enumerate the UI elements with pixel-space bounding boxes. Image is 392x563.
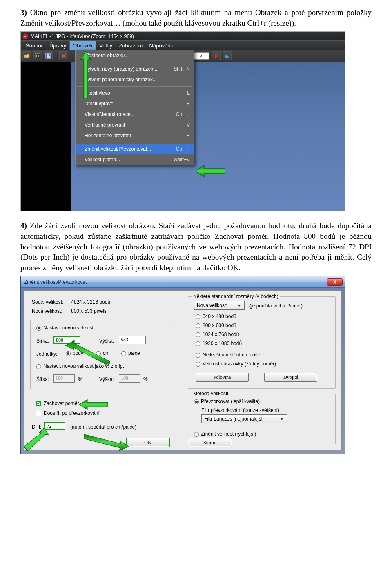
- height-input[interactable]: 533: [119, 336, 146, 344]
- menu-view[interactable]: Zobrazení: [116, 41, 146, 51]
- menu-item-flip-h[interactable]: Horizontálně převrátitH: [76, 130, 194, 141]
- radio-units-inch[interactable]: palce: [121, 350, 140, 356]
- new-size-value: 800 x 533 pixels: [71, 308, 107, 314]
- new-size-label: Nová velikost:: [32, 308, 62, 314]
- pct-width-input[interactable]: 100: [53, 374, 75, 383]
- menubar: Soubor Úpravy Obrázek Volby Zobrazení Ná…: [21, 41, 345, 50]
- units-label: Jednotky:: [36, 351, 57, 357]
- svg-marker-10: [24, 428, 49, 451]
- dialog-body: Souč. velikost: 4824 x 3216 bodů Nová ve…: [24, 290, 342, 450]
- standard-sizes-group: Některé standardní rozměry (v bodech) No…: [188, 296, 336, 389]
- chevron-down-icon: [278, 416, 285, 422]
- close-button[interactable]: X: [327, 278, 343, 286]
- menu-item-props[interactable]: Vlastnosti obrázku...I: [76, 50, 194, 61]
- size-group: Nastavit novou velikost Šířka: 800 Výška…: [30, 320, 173, 389]
- radio-dot-icon: [36, 326, 41, 331]
- dpi-label: DPI:: [32, 424, 41, 430]
- menu-item-new[interactable]: Vytvořit nový (prázdný) obrázek...Shift+…: [76, 64, 194, 74]
- menu-edit[interactable]: Úpravy: [46, 41, 69, 51]
- menu-separator: [77, 62, 192, 62]
- svg-rect-4: [47, 56, 50, 58]
- paragraph-3: 3) Okno pro změnu velikosti obrázku vyvo…: [20, 7, 372, 28]
- menu-item-panorama[interactable]: Vytvořit panoramatický obrázek...: [76, 74, 194, 85]
- menu-image[interactable]: Obrázek: [69, 41, 96, 51]
- screenshot-resize-dialog: Změnit velikost/Převzorkovat X Souč. vel…: [20, 276, 345, 454]
- dpi-input[interactable]: 72: [44, 422, 65, 430]
- method-legend: Metoda velikosti: [192, 390, 230, 397]
- radio-set-new-size[interactable]: Nastavit novou velikost: [36, 325, 94, 331]
- half-button[interactable]: Polovina: [196, 373, 249, 382]
- green-arrow-ok-icon: [84, 434, 129, 452]
- width-label: Šířka:: [36, 338, 49, 344]
- svg-rect-5: [47, 54, 49, 56]
- method-group: Metoda velikosti Převzorkovat (lepší kva…: [188, 394, 336, 444]
- width-input[interactable]: 800: [53, 336, 80, 344]
- screenshot-irfanview-menu: MAIKEL~1.JPG - IrfanView (Zoom: 1454 x 9…: [20, 31, 345, 211]
- menu-item-resize[interactable]: Změnit velikost/Převzorkovat...Ctrl+R: [76, 144, 194, 154]
- checkbox-keep-ratio[interactable]: Zachovat poměr: [36, 400, 79, 407]
- toolbar-p-icon[interactable]: P: [212, 51, 221, 60]
- slideshow-icon[interactable]: [33, 51, 42, 60]
- current-size-label: Souč. velikost:: [32, 299, 63, 305]
- radio-units-cm[interactable]: cm: [96, 350, 109, 356]
- radio-800[interactable]: 800 x 600 bodů: [196, 322, 236, 329]
- menu-options[interactable]: Volby: [96, 41, 116, 51]
- dpi-note: (autom. spočítat pro cm/palce): [70, 424, 136, 430]
- radio-1920[interactable]: 1920 x 1080 bodů: [196, 340, 242, 347]
- menu-item-rotate-right[interactable]: Otočit vpravoR: [76, 98, 194, 109]
- delete-icon[interactable]: [59, 51, 68, 60]
- pct-width-label: Šířka:: [36, 376, 49, 383]
- svg-rect-2: [38, 55, 39, 57]
- radio-640[interactable]: 640 x 480 bodů: [196, 313, 236, 320]
- menu-separator: [77, 86, 192, 87]
- pct-height-input[interactable]: 100: [119, 374, 140, 383]
- open-icon[interactable]: [22, 51, 31, 60]
- radio-1024[interactable]: 1024 x 768 bodů: [196, 331, 239, 338]
- ok-button[interactable]: OK: [126, 438, 170, 447]
- para4-text: Zde žáci zvolí novou velikost obrázku. S…: [20, 221, 372, 272]
- cancel-button[interactable]: Storno: [188, 438, 232, 447]
- toolbar-number[interactable]: 4: [193, 52, 209, 60]
- dialog-title: Změnit velikost/Převzorkovat: [24, 279, 87, 285]
- window-title: MAIKEL~1.JPG - IrfanView (Zoom: 1454 x 9…: [31, 33, 134, 40]
- dialog-titlebar: Změnit velikost/Převzorkovat X: [21, 276, 345, 288]
- current-size-value: 4824 x 3216 bodů: [71, 299, 110, 305]
- filter-combo[interactable]: Filtr Lanczos (nejpomalejší: [201, 414, 287, 423]
- checkbox-icon: [36, 401, 41, 406]
- green-arrow-keepratio-icon: [79, 399, 108, 410]
- double-button[interactable]: Dvojitá: [264, 373, 317, 382]
- radio-set-percent[interactable]: Nastavit novou velikost jako % z orig.: [36, 363, 124, 369]
- svg-rect-0: [35, 54, 40, 58]
- radio-resample[interactable]: Převzorkovat (lepší kvalita): [194, 398, 260, 405]
- para4-lead: 4): [20, 221, 27, 230]
- new-size-combo[interactable]: Nová velikost:: [194, 301, 245, 310]
- menu-item-flip-v[interactable]: Vertikálně převrátitV: [76, 120, 194, 130]
- radio-units-pixels[interactable]: body: [66, 350, 83, 356]
- para3-lead: 3): [20, 8, 27, 17]
- menu-help[interactable]: Nápověda: [146, 41, 177, 51]
- radio-best-fit[interactable]: Nejlepší umístění na ploše: [196, 352, 260, 358]
- menu-file[interactable]: Soubor: [22, 41, 46, 51]
- chevron-down-icon: [236, 302, 243, 309]
- green-arrow-dpi-icon: [23, 428, 49, 451]
- radio-screen-size[interactable]: Velikost obrazovky (žádný poměr): [196, 360, 276, 367]
- pct-height-label: Výška:: [99, 376, 114, 383]
- pct-width-unit: %: [78, 376, 82, 383]
- standard-sizes-legend: Některé standardní rozměry (v bodech): [192, 293, 280, 300]
- pct-height-unit: %: [143, 376, 148, 383]
- svg-marker-11: [84, 434, 129, 451]
- checkbox-sharpen[interactable]: Doostřit po převzorkování: [36, 410, 100, 416]
- radio-resize[interactable]: Změnit velikost (rychlejší): [194, 431, 256, 437]
- save-icon[interactable]: [44, 51, 53, 60]
- irfanview-icon: [22, 33, 28, 39]
- toolbar-cloud-icon[interactable]: [223, 51, 232, 60]
- menu-separator: [77, 142, 192, 142]
- paragraph-4: 4) Zde žáci zvolí novou velikost obrázku…: [20, 220, 372, 273]
- menu-item-rotate-left[interactable]: Otočit vlevoL: [76, 88, 194, 98]
- image-menu-dropdown: Vlastnosti obrázku...I Vytvořit nový (pr…: [75, 50, 194, 165]
- checkbox-icon: [36, 411, 41, 416]
- menu-item-custom-rotate[interactable]: Vlastní/Jemná rotace...Ctrl+U: [76, 109, 194, 120]
- menu-item-canvas[interactable]: Velikost plátna...Shift+V: [76, 154, 194, 165]
- para3-text: Okno pro změnu velikosti obrázku vyvolaj…: [20, 8, 372, 27]
- filter-label: Filtr převzorkování (pouze zvětšení):: [201, 407, 281, 414]
